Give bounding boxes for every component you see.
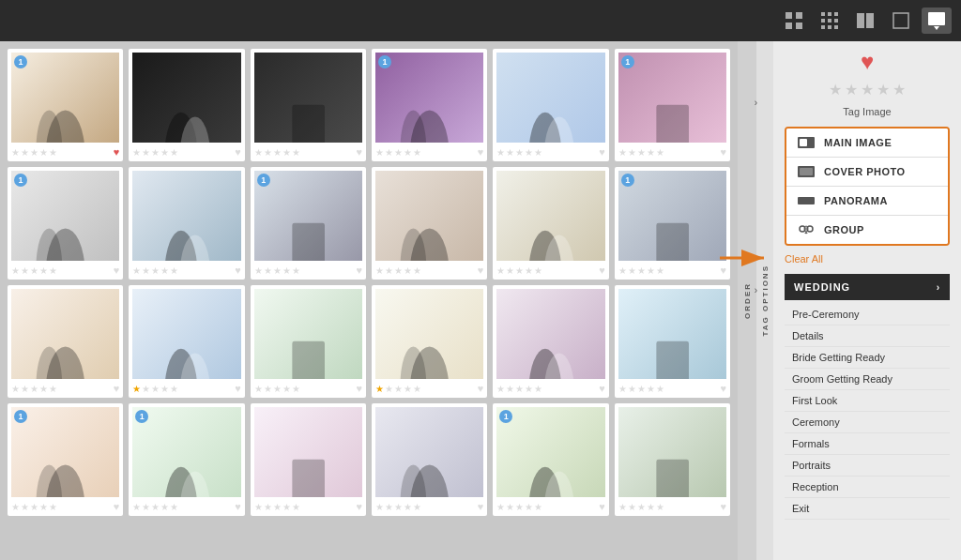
star-3[interactable]: ★ — [151, 502, 160, 512]
photo-heart-icon[interactable]: ♥ — [235, 383, 241, 394]
photo-grid-container[interactable]: 1★★★★★♥ ★★★★★♥ ★★★★★♥ 1★★★★★♥ ★★★★★♥ 1★★… — [0, 41, 738, 560]
star-5[interactable]: ★ — [170, 502, 178, 512]
star-5[interactable]: ★ — [656, 502, 664, 512]
star-3[interactable]: ★ — [151, 265, 160, 276]
star-4[interactable]: ★ — [39, 502, 48, 512]
photo-cell[interactable]: 1★★★★★♥ — [8, 49, 123, 161]
photo-cell[interactable]: ★★★★★♥ — [493, 285, 608, 398]
photo-stars[interactable]: ★★★★★ — [254, 265, 300, 276]
photo-heart-icon[interactable]: ♥ — [356, 265, 362, 276]
star-1[interactable]: ★ — [618, 147, 627, 158]
star-3[interactable]: ★ — [394, 147, 403, 158]
star-5[interactable]: ★ — [170, 384, 178, 394]
order-strip-arrow-bottom[interactable]: › — [755, 285, 757, 295]
star-3[interactable]: ★ — [515, 502, 524, 512]
star-4[interactable]: ★ — [647, 502, 655, 512]
export-icon[interactable] — [922, 8, 952, 34]
photo-cell[interactable]: ★★★★★♥ — [615, 285, 730, 398]
star-5[interactable]: ★ — [49, 147, 57, 158]
star-4[interactable]: ★ — [39, 265, 48, 276]
photo-heart-icon[interactable]: ♥ — [478, 146, 484, 158]
star-4[interactable]: ★ — [39, 147, 48, 158]
star-3[interactable]: ★ — [273, 147, 282, 158]
star-4[interactable]: ★ — [282, 265, 291, 276]
photo-stars[interactable]: ★★★★★ — [618, 502, 664, 512]
photo-stars[interactable]: ★★★★★ — [132, 384, 178, 394]
star-3[interactable]: ★ — [515, 147, 524, 158]
photo-cell[interactable]: 1★★★★★♥ — [372, 49, 487, 161]
grid-small-view-icon[interactable] — [815, 8, 845, 34]
photo-heart-icon[interactable]: ♥ — [599, 146, 605, 158]
star-4[interactable]: ★ — [39, 384, 48, 394]
photo-heart-icon[interactable]: ♥ — [114, 383, 120, 394]
photo-stars[interactable]: ★★★★★ — [375, 147, 421, 158]
photo-heart-icon[interactable]: ♥ — [720, 265, 726, 276]
star-2[interactable]: ★ — [264, 265, 272, 276]
star-4[interactable]: ★ — [282, 502, 291, 512]
category-item-4[interactable]: First Look✎ — [785, 390, 950, 412]
star-3[interactable]: ★ — [515, 384, 524, 394]
photo-cell[interactable]: ★★★★★♥ — [493, 167, 608, 280]
star-4[interactable]: ★ — [160, 265, 169, 276]
star-1[interactable]: ★ — [496, 384, 505, 394]
star-2[interactable]: ★ — [142, 265, 150, 276]
star-4[interactable]: ★ — [525, 265, 533, 276]
star-1[interactable]: ★ — [11, 502, 20, 512]
photo-stars[interactable]: ★★★★★ — [618, 384, 664, 394]
photo-cell[interactable]: ★★★★★♥ — [372, 403, 487, 516]
rating-star-1[interactable]: ★ — [829, 81, 842, 98]
star-5[interactable]: ★ — [413, 384, 421, 394]
star-2[interactable]: ★ — [506, 502, 514, 512]
star-3[interactable]: ★ — [394, 384, 403, 394]
photo-stars[interactable]: ★★★★★ — [11, 384, 57, 394]
photo-heart-icon[interactable]: ♥ — [599, 265, 605, 276]
photo-stars[interactable]: ★★★★★ — [496, 384, 542, 394]
photo-heart-icon[interactable]: ♥ — [235, 265, 241, 276]
photo-heart-icon[interactable]: ♥ — [356, 501, 362, 512]
star-3[interactable]: ★ — [394, 502, 403, 512]
category-item-7[interactable]: Portraits✎ — [785, 455, 950, 477]
star-5[interactable]: ★ — [292, 265, 300, 276]
photo-cell[interactable]: 1★★★★★♥ — [615, 49, 730, 161]
photo-heart-icon[interactable]: ♥ — [599, 501, 605, 512]
photo-heart-icon[interactable]: ♥ — [235, 146, 241, 158]
star-4[interactable]: ★ — [525, 147, 533, 158]
star-3[interactable]: ★ — [637, 265, 646, 276]
star-2[interactable]: ★ — [385, 147, 393, 158]
star-2[interactable]: ★ — [506, 384, 514, 394]
heart-large-icon[interactable]: ♥ — [785, 49, 950, 75]
star-2[interactable]: ★ — [628, 502, 636, 512]
star-1[interactable]: ★ — [11, 265, 20, 276]
star-1[interactable]: ★ — [132, 384, 141, 394]
grid-view-icon[interactable] — [779, 8, 809, 34]
star-2[interactable]: ★ — [506, 265, 514, 276]
star-5[interactable]: ★ — [534, 384, 542, 394]
star-3[interactable]: ★ — [30, 384, 38, 394]
star-5[interactable]: ★ — [534, 147, 542, 158]
panorama-button[interactable]: PANORAMA — [786, 187, 948, 216]
star-2[interactable]: ★ — [142, 502, 150, 512]
photo-heart-icon[interactable]: ♥ — [114, 501, 120, 512]
photo-stars[interactable]: ★★★★★ — [132, 502, 178, 512]
photo-stars[interactable]: ★★★★★ — [11, 502, 57, 512]
star-5[interactable]: ★ — [656, 384, 664, 394]
star-4[interactable]: ★ — [525, 384, 533, 394]
photo-stars[interactable]: ★★★★★ — [618, 265, 664, 276]
category-item-0[interactable]: Pre-Ceremony✎ — [785, 304, 950, 325]
star-1[interactable]: ★ — [254, 384, 263, 394]
star-5[interactable]: ★ — [292, 502, 300, 512]
star-3[interactable]: ★ — [30, 147, 38, 158]
star-1[interactable]: ★ — [375, 384, 384, 394]
photo-heart-icon[interactable]: ♥ — [356, 383, 362, 394]
star-3[interactable]: ★ — [30, 502, 38, 512]
star-4[interactable]: ★ — [160, 384, 169, 394]
star-1[interactable]: ★ — [496, 265, 505, 276]
photo-cell[interactable]: 1★★★★★♥ — [129, 403, 244, 516]
star-2[interactable]: ★ — [21, 384, 29, 394]
photo-stars[interactable]: ★★★★★ — [132, 147, 178, 158]
star-2[interactable]: ★ — [506, 147, 514, 158]
star-5[interactable]: ★ — [49, 265, 57, 276]
photo-cell[interactable]: ★★★★★♥ — [493, 49, 608, 161]
star-5[interactable]: ★ — [534, 502, 542, 512]
category-item-3[interactable]: Groom Getting Ready✎ — [785, 369, 950, 390]
